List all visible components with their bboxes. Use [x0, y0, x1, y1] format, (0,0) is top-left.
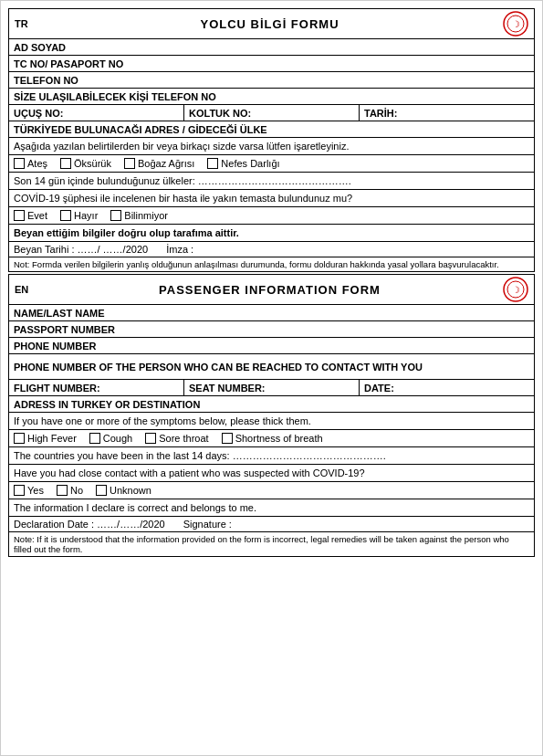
tr-symptom-cough: Öksürük — [60, 158, 111, 169]
en-cough-checkbox[interactable] — [89, 433, 100, 444]
en-contact-label: PHONE NUMBER OF THE PERSON WHO CAN BE RE… — [9, 354, 534, 379]
tr-bilinmiyor-checkbox[interactable] — [110, 210, 121, 221]
tr-bilinmiyor-label: Bilinmiyor — [124, 210, 168, 221]
tr-contact-options: Evet Hayır Bilinmiyor — [9, 207, 534, 225]
en-contact-row: PHONE NUMBER OF THE PERSON WHO CAN BE RE… — [9, 354, 534, 380]
en-sign-row: Declaration Date : ……/……/2020 Signature … — [9, 517, 534, 532]
en-date-label: DATE: — [360, 380, 534, 395]
en-address-label: ADRESS IN TURKEY OR DESTINATION — [9, 396, 534, 412]
tr-flight-row: UÇUŞ NO: KOLTUK NO: TARİH: — [9, 105, 534, 121]
en-declaration: The information I declare is correct and… — [9, 499, 534, 517]
tr-symptom-throat: Boğaz Ağrısı — [124, 158, 194, 169]
en-symptom-fever: High Fever — [14, 433, 77, 444]
svg-text:☽: ☽ — [512, 19, 520, 29]
tr-shortness-label: Nefes Darlığı — [221, 158, 279, 169]
tr-fever-checkbox[interactable] — [14, 158, 25, 169]
tr-tc-row: TC NO/ PASAPORT NO — [9, 56, 534, 72]
en-signature: Signature : — [183, 519, 232, 530]
tr-hayir-label: Hayır — [74, 210, 98, 221]
svg-text:☽: ☽ — [512, 285, 520, 295]
en-declaration-date: Declaration Date : ……/……/2020 — [14, 519, 165, 530]
tr-name-label: AD SOYAD — [9, 39, 534, 55]
tr-phone-row: TELEFON NO — [9, 72, 534, 89]
en-shortness-label: Shortness of breath — [235, 433, 323, 444]
en-note: Note: If it is understood that the infor… — [9, 532, 534, 556]
en-covid-question: Have you had close contact with a patien… — [9, 465, 534, 482]
en-unknown-checkbox[interactable] — [96, 485, 107, 496]
tr-sign-row: Beyan Tarihi : ……/ ……/2020 İmza : — [9, 242, 534, 257]
tr-seat-label: KOLTUK NO: — [184, 105, 360, 121]
tr-section: TR YOLCU BİLGİ FORMU ☽ AD SOYAD TC NO/ P… — [8, 8, 535, 272]
en-title: PASSENGER INFORMATION FORM — [37, 283, 503, 297]
en-name-label: NAME/LAST NAME — [9, 305, 534, 320]
tr-hayir: Hayır — [60, 210, 98, 221]
en-symptom-throat: Sore throat — [145, 433, 208, 444]
tr-imza: İmza : — [166, 244, 193, 255]
tr-phone-label: TELEFON NO — [9, 72, 534, 88]
en-phone-label: PHONE NUMBER — [9, 338, 534, 353]
en-symptom-shortness: Shortness of breath — [222, 433, 323, 444]
tr-address-row: TÜRKİYEDE BULUNACAĞI ADRES / GİDECEĞİ ÜL… — [9, 121, 534, 138]
tr-name-row: AD SOYAD — [9, 39, 534, 56]
en-yes-label: Yes — [27, 485, 44, 496]
en-contact-options: Yes No Unknown — [9, 482, 534, 499]
en-flight-label: FLIGHT NUMBER: — [9, 380, 184, 395]
tr-symptom-intro: Aşağıda yazılan belirtilerden bir veya b… — [9, 138, 534, 155]
en-header: EN PASSENGER INFORMATION FORM ☽ — [9, 275, 534, 305]
en-label: EN — [15, 284, 37, 295]
en-unknown: Unknown — [96, 485, 151, 496]
tr-throat-label: Boğaz Ağrısı — [138, 158, 194, 169]
tr-evet-checkbox[interactable] — [14, 210, 25, 221]
tr-note: Not: Formda verilen bilgilerin yanlış ol… — [9, 257, 534, 271]
tr-contact-row: SİZE ULAŞILABİLECEK KİŞİ TELEFON NO — [9, 89, 534, 105]
tr-symptom-fever: Ateş — [14, 158, 47, 169]
en-fever-label: High Fever — [27, 433, 77, 444]
en-cough-label: Cough — [103, 433, 132, 444]
en-emblem: ☽ — [503, 277, 528, 302]
en-yes-checkbox[interactable] — [14, 485, 25, 496]
en-address-row: ADRESS IN TURKEY OR DESTINATION — [9, 396, 534, 413]
en-passport-row: PASSPORT NUMBER — [9, 321, 534, 338]
en-name-row: NAME/LAST NAME — [9, 305, 534, 321]
en-unknown-label: Unknown — [110, 485, 151, 496]
tr-declaration: Beyan ettiğim bilgiler doğru olup tarafı… — [9, 225, 534, 242]
page: TR YOLCU BİLGİ FORMU ☽ AD SOYAD TC NO/ P… — [0, 0, 543, 756]
en-symptom-intro: If you have one or more of the symptoms … — [9, 413, 534, 430]
tr-hayir-checkbox[interactable] — [60, 210, 71, 221]
tr-evet-label: Evet — [27, 210, 47, 221]
tr-symptom-shortness: Nefes Darlığı — [207, 158, 279, 169]
tr-countries: Son 14 gün içinde bulunduğunuz ülkeler: … — [9, 173, 534, 190]
tr-throat-checkbox[interactable] — [124, 158, 135, 169]
en-throat-label: Sore throat — [159, 433, 208, 444]
en-no-checkbox[interactable] — [57, 485, 68, 496]
en-shortness-checkbox[interactable] — [222, 433, 233, 444]
tr-evet: Evet — [14, 210, 47, 221]
tr-address-label: TÜRKİYEDE BULUNACAĞI ADRES / GİDECEĞİ ÜL… — [9, 121, 534, 137]
en-symptom-cough: Cough — [89, 433, 132, 444]
tr-emblem: ☽ — [503, 11, 528, 37]
en-flight-row: FLIGHT NUMBER: SEAT NUMBER: DATE: — [9, 380, 534, 396]
en-no: No — [57, 485, 83, 496]
en-yes: Yes — [14, 485, 44, 496]
tr-header: TR YOLCU BİLGİ FORMU ☽ — [9, 9, 534, 39]
tr-contact-label: SİZE ULAŞILABİLECEK KİŞİ TELEFON NO — [9, 89, 534, 104]
en-fever-checkbox[interactable] — [14, 433, 25, 444]
en-section: EN PASSENGER INFORMATION FORM ☽ NAME/LAS… — [8, 274, 535, 557]
tr-declaration-date: Beyan Tarihi : ……/ ……/2020 — [14, 244, 148, 255]
tr-flight-label: UÇUŞ NO: — [9, 105, 184, 121]
en-passport-label: PASSPORT NUMBER — [9, 321, 534, 337]
tr-date-label: TARİH: — [360, 105, 534, 121]
en-countries: The countries you have been in the last … — [9, 447, 534, 465]
en-seat-label: SEAT NUMBER: — [184, 380, 360, 395]
tr-title: YOLCU BİLGİ FORMU — [37, 17, 503, 31]
tr-shortness-checkbox[interactable] — [207, 158, 218, 169]
tr-symptoms: Ateş Öksürük Boğaz Ağrısı Nefes Darlığı — [9, 155, 534, 173]
en-throat-checkbox[interactable] — [145, 433, 156, 444]
en-phone-row: PHONE NUMBER — [9, 338, 534, 354]
tr-covid-question: COVİD-19 şüphesi ile incelenen bir hasta… — [9, 190, 534, 207]
en-no-label: No — [70, 485, 83, 496]
tr-cough-checkbox[interactable] — [60, 158, 71, 169]
tr-tc-label: TC NO/ PASAPORT NO — [9, 56, 534, 71]
en-symptoms: High Fever Cough Sore throat Shortness o… — [9, 430, 534, 447]
tr-fever-label: Ateş — [27, 158, 47, 169]
